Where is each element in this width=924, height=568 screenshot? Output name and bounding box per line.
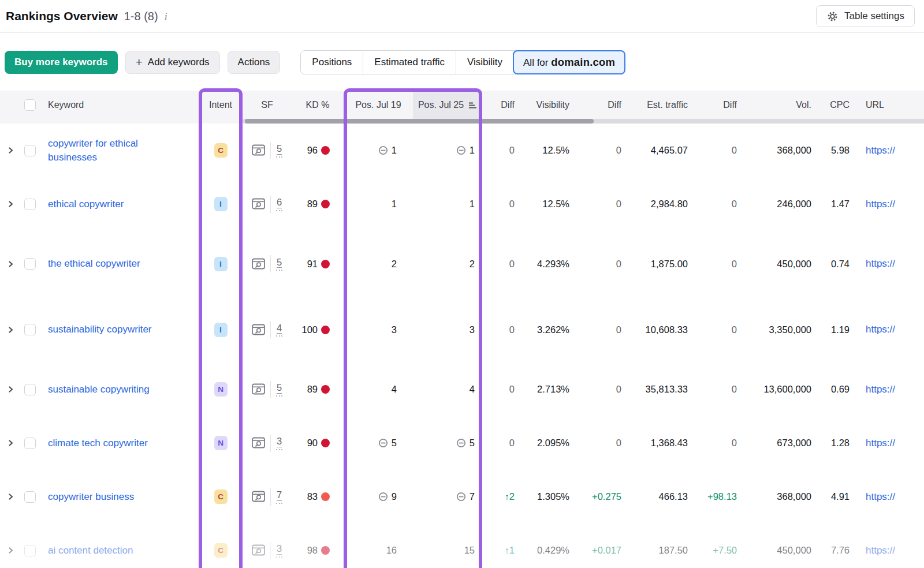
row-checkbox[interactable]: [24, 258, 36, 270]
col-kd[interactable]: KD %: [292, 100, 344, 110]
info-icon[interactable]: i: [165, 11, 167, 23]
position-diff: 0: [509, 324, 515, 335]
pos-jul25-value: 3: [470, 324, 475, 335]
col-cpc[interactable]: CPC: [814, 100, 852, 110]
url-link[interactable]: https://: [866, 199, 895, 210]
row-checkbox[interactable]: [24, 199, 36, 210]
sf-count[interactable]: 3: [277, 543, 282, 555]
domain-label: domain.com: [551, 56, 615, 68]
col-intent[interactable]: Intent: [199, 100, 243, 110]
sf-count[interactable]: 3: [277, 436, 282, 447]
url-link[interactable]: https://: [866, 438, 895, 449]
est-traffic-value: 2,984.80: [651, 199, 688, 210]
tab-visibility[interactable]: Visibility: [456, 51, 513, 74]
url-link[interactable]: https://: [866, 545, 895, 556]
cpc-value: 0.74: [831, 259, 850, 270]
tab-positions[interactable]: Positions: [301, 51, 363, 74]
row-checkbox[interactable]: [24, 491, 36, 503]
actions-button[interactable]: Actions: [228, 51, 281, 74]
pos-jul19-link-icon[interactable]: [378, 145, 388, 155]
serp-features-icon[interactable]: [252, 437, 265, 449]
col-volume[interactable]: Vol.: [739, 100, 814, 110]
expand-row-button[interactable]: [5, 491, 17, 503]
rankings-table: Keyword Intent SF KD % Pos. Jul 19 Pos. …: [0, 91, 924, 568]
row-checkbox[interactable]: [24, 438, 36, 449]
pos-jul25-link-icon[interactable]: [456, 492, 466, 502]
col-url[interactable]: URL: [852, 100, 924, 110]
col-diff-pos[interactable]: Diff: [482, 100, 517, 110]
sf-count[interactable]: 5: [277, 257, 282, 268]
row-checkbox[interactable]: [24, 545, 36, 556]
expand-row-button[interactable]: [5, 198, 17, 210]
table-settings-label: Table settings: [844, 10, 904, 22]
scrollbar-thumb[interactable]: [245, 119, 594, 124]
table-body: copywriter for ethical businesses C 5 96…: [0, 124, 924, 568]
sf-count[interactable]: 6: [277, 197, 282, 208]
keyword-link[interactable]: sustainability copywriter: [48, 323, 152, 337]
expand-row-button[interactable]: [5, 258, 17, 270]
row-checkbox[interactable]: [24, 145, 36, 156]
url-link[interactable]: https://: [866, 145, 895, 156]
sf-count[interactable]: 7: [277, 489, 282, 501]
keyword-link[interactable]: copywriter for ethical businesses: [48, 137, 181, 165]
col-diff-traffic[interactable]: Diff: [690, 100, 739, 110]
serp-features-icon[interactable]: [252, 383, 265, 395]
keyword-link[interactable]: ethical copywriter: [48, 197, 124, 211]
expand-row-button[interactable]: [5, 324, 17, 336]
select-all-checkbox[interactable]: [24, 99, 36, 111]
table-settings-button[interactable]: Table settings: [816, 5, 915, 27]
col-sf[interactable]: SF: [243, 100, 292, 110]
col-diff-visibility[interactable]: Diff: [572, 100, 624, 110]
pos-jul19-link-icon[interactable]: [378, 438, 388, 448]
serp-features-icon[interactable]: [252, 258, 265, 270]
visibility-diff: 0: [616, 199, 621, 210]
serp-features-icon[interactable]: [252, 491, 265, 503]
est-traffic-diff: 0: [732, 145, 737, 156]
tab-estimated-traffic[interactable]: Estimated traffic: [363, 51, 456, 74]
tab-all-for-domain[interactable]: All for domain.com: [513, 50, 625, 74]
pos-jul19-link-icon[interactable]: [378, 492, 388, 502]
keyword-link[interactable]: copywriter business: [48, 490, 134, 504]
url-link[interactable]: https://: [866, 491, 895, 503]
table-row: copywriter for ethical businesses C 5 96…: [0, 124, 924, 177]
serp-features-icon[interactable]: [252, 144, 265, 156]
expand-row-button[interactable]: [5, 144, 17, 156]
horizontal-scrollbar[interactable]: [243, 119, 924, 124]
keyword-link[interactable]: climate tech copywriter: [48, 436, 148, 450]
serp-features-icon[interactable]: [252, 324, 265, 336]
keyword-link[interactable]: the ethical copywriter: [48, 257, 140, 271]
col-pos-jul19[interactable]: Pos. Jul 19: [344, 100, 413, 110]
expand-row-button[interactable]: [5, 437, 17, 449]
row-checkbox[interactable]: [24, 384, 36, 395]
sf-count[interactable]: 5: [277, 382, 282, 394]
keyword-link[interactable]: sustainable copywriting: [48, 383, 150, 397]
visibility-value: 2.095%: [537, 438, 569, 449]
kd-value: 100: [301, 324, 318, 335]
col-visibility[interactable]: Visibility: [517, 100, 572, 110]
sf-count[interactable]: 4: [277, 323, 282, 334]
url-link[interactable]: https://: [866, 384, 895, 395]
col-est-traffic[interactable]: Est. traffic: [624, 100, 690, 110]
add-keywords-button[interactable]: + Add keywords: [125, 51, 220, 74]
visibility-diff: 0: [616, 145, 621, 156]
pos-jul25-link-icon[interactable]: [456, 438, 466, 448]
pos-jul19-value: 2: [392, 259, 397, 270]
keyword-link[interactable]: ai content detection: [48, 544, 133, 558]
kd-value: 90: [307, 438, 318, 449]
serp-features-icon[interactable]: [252, 544, 265, 556]
expand-row-button[interactable]: [5, 383, 17, 395]
pos-jul25-link-icon[interactable]: [456, 145, 466, 155]
position-diff: 0: [509, 259, 515, 270]
col-pos-jul25[interactable]: Pos. Jul 25: [413, 91, 482, 119]
vertical-divider: [270, 488, 271, 506]
row-checkbox[interactable]: [24, 324, 36, 335]
plus-icon: +: [136, 56, 143, 68]
expand-row-button[interactable]: [5, 544, 17, 556]
url-link[interactable]: https://: [866, 258, 895, 270]
serp-features-icon[interactable]: [252, 198, 265, 210]
sf-count[interactable]: 5: [277, 143, 282, 155]
pos-jul19-value: 3: [392, 324, 397, 335]
buy-more-keywords-button[interactable]: Buy more keywords: [5, 51, 118, 74]
est-traffic-diff: +98.13: [707, 491, 737, 502]
url-link[interactable]: https://: [866, 324, 895, 335]
